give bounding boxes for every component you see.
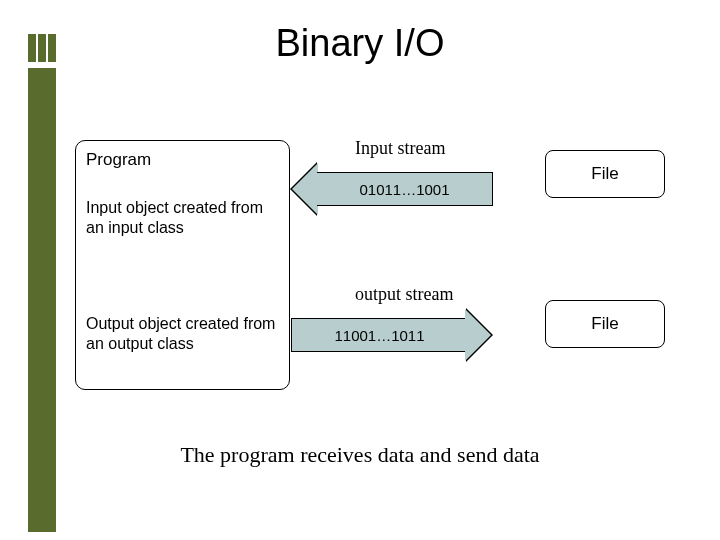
file-label: File (591, 314, 618, 334)
input-object-text: Input object created from an input class (86, 198, 279, 238)
io-diagram: Program Input object created from an inp… (75, 140, 695, 420)
input-stream-arrow: 01011…1001 (291, 162, 521, 216)
file-box-output: File (545, 300, 665, 348)
input-stream-data: 01011…1001 (359, 181, 449, 198)
file-box-input: File (545, 150, 665, 198)
output-object-text: Output object created from an output cla… (86, 314, 279, 354)
program-box: Program Input object created from an inp… (75, 140, 290, 390)
output-stream-data: 11001…1011 (334, 327, 424, 344)
diagram-caption: The program receives data and send data (0, 442, 720, 468)
output-stream-arrow: 11001…1011 (291, 308, 521, 362)
file-label: File (591, 164, 618, 184)
output-stream-label: output stream (355, 284, 453, 305)
program-heading: Program (86, 149, 279, 170)
input-stream-label: Input stream (355, 138, 445, 159)
page-title: Binary I/O (0, 22, 720, 65)
